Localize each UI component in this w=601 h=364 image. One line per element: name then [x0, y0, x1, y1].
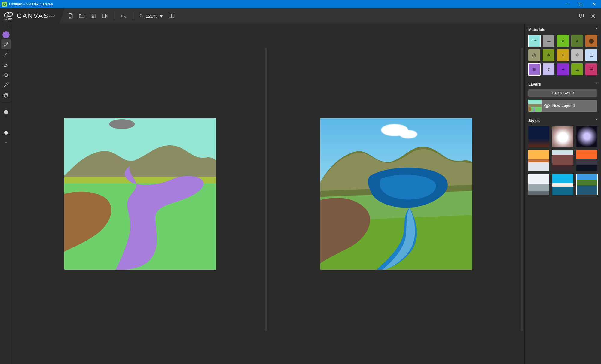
app-icon: ◑ — [2, 2, 7, 7]
svg-rect-0 — [91, 14, 95, 18]
right-panel: Materials ˄ 〰☁⸙▲⬤◔♣☀❄≣≋❢✦☁🏛 Layers ˄ + A… — [524, 24, 601, 364]
layers-title: Layers — [528, 82, 541, 86]
pan-tool[interactable] — [1, 90, 11, 100]
material-rain[interactable]: ❢ — [543, 63, 555, 75]
nvidia-logo: nVIDIA — [3, 12, 14, 20]
svg-point-15 — [546, 105, 548, 106]
brush-tool[interactable] — [1, 39, 11, 49]
collapse-icon[interactable]: ˄ — [596, 82, 597, 86]
material-snow[interactable]: ❄ — [571, 49, 583, 61]
titlebar: ◑ Untitled - NVIDIA Canvas — ▢ ✕ — [0, 0, 601, 8]
feedback-button[interactable] — [576, 10, 587, 22]
visibility-toggle[interactable] — [542, 103, 552, 109]
brush-size-max-icon — [4, 110, 8, 114]
tool-rail: ⋮⋮⋮ — [0, 24, 12, 364]
svg-point-8 — [7, 76, 8, 77]
layers-panel: Layers ˄ + ADD LAYER New Layer — [525, 78, 601, 115]
output-canvas — [320, 118, 472, 270]
material-sand[interactable]: ☀ — [557, 49, 569, 61]
save-button[interactable] — [87, 10, 99, 22]
workarea — [12, 24, 524, 364]
pane-scrollbar[interactable] — [521, 48, 523, 331]
drag-handle-icon: ⋮⋮⋮ — [3, 26, 9, 29]
style-night-desert[interactable] — [528, 126, 549, 147]
pane-scrollbar[interactable] — [265, 48, 267, 331]
collapse-icon[interactable]: ˄ — [596, 119, 597, 123]
minimize-button[interactable]: — — [560, 0, 574, 8]
collapse-icon[interactable]: ˄ — [596, 28, 597, 32]
material-bush[interactable]: ☁ — [571, 63, 583, 75]
materials-grid: 〰☁⸙▲⬤◔♣☀❄≣≋❢✦☁🏛 — [528, 35, 597, 75]
styles-title: Styles — [528, 118, 540, 123]
new-file-button[interactable] — [65, 10, 76, 22]
material-sky[interactable]: 〰 — [528, 35, 540, 47]
svg-point-10 — [109, 119, 135, 129]
style-alpine-lake[interactable] — [576, 174, 597, 195]
app-name-text: CANVAS — [17, 12, 49, 20]
svg-rect-4 — [169, 14, 171, 18]
materials-panel: Materials ˄ 〰☁⸙▲⬤◔♣☀❄≣≋❢✦☁🏛 — [525, 24, 601, 78]
material-mountain[interactable]: ▲ — [571, 35, 583, 47]
material-grass[interactable]: ⸙ — [557, 35, 569, 47]
color-swatch[interactable] — [2, 31, 10, 39]
layer-thumbnail — [528, 100, 542, 112]
styles-grid — [528, 126, 597, 195]
brand-capsule: nVIDIA CANVASBETA — [0, 8, 65, 24]
add-layer-button[interactable]: + ADD LAYER — [528, 89, 597, 97]
undo-button[interactable] — [118, 10, 129, 22]
materials-title: Materials — [528, 27, 545, 32]
line-tool[interactable] — [1, 50, 11, 59]
style-sunset-clouds[interactable] — [528, 150, 549, 171]
open-file-button[interactable] — [76, 10, 87, 22]
layer-name: New Layer 1 — [552, 103, 575, 108]
top-toolbar: nVIDIA CANVASBETA 120% ▼ — [0, 8, 601, 24]
style-fog-mountain[interactable] — [528, 174, 549, 195]
svg-rect-13 — [528, 104, 542, 107]
svg-point-7 — [592, 15, 594, 17]
zoom-control[interactable]: 120% ▼ — [137, 11, 166, 21]
material-building[interactable]: 🏛 — [585, 63, 597, 75]
brush-size-min-icon — [5, 142, 7, 143]
material-hill[interactable]: ◔ — [528, 49, 540, 61]
material-dirt[interactable]: ⬤ — [585, 35, 597, 47]
window-title: Untitled - NVIDIA Canvas — [9, 2, 53, 6]
style-milky-arch[interactable] — [576, 126, 597, 147]
main-area: ⋮⋮⋮ — [0, 24, 601, 364]
svg-point-3 — [140, 14, 142, 17]
material-stars[interactable]: ✦ — [557, 63, 569, 75]
style-ocean-sunset[interactable] — [576, 150, 597, 171]
settings-button[interactable] — [587, 10, 599, 22]
svg-rect-12 — [528, 100, 542, 104]
style-tropical-beach[interactable] — [552, 174, 573, 195]
svg-rect-1 — [92, 16, 94, 18]
svg-rect-2 — [102, 14, 106, 18]
eyedropper-tool[interactable] — [1, 80, 11, 90]
brush-size-slider[interactable] — [6, 117, 6, 138]
maximize-button[interactable]: ▢ — [574, 0, 587, 8]
app-name: CANVASBETA — [17, 12, 55, 20]
material-water[interactable]: ≋ — [528, 63, 540, 75]
style-red-rocks[interactable] — [552, 150, 573, 171]
fill-tool[interactable] — [1, 70, 11, 80]
slider-thumb[interactable] — [4, 131, 8, 135]
zoom-value: 120% — [146, 14, 157, 19]
beta-badge: BETA — [49, 14, 55, 17]
window-controls: — ▢ ✕ — [560, 0, 601, 8]
brand-sublabel: nVIDIA — [5, 18, 12, 20]
material-cloud[interactable]: ☁ — [543, 35, 555, 47]
export-button[interactable] — [99, 10, 110, 22]
split-view-button[interactable] — [166, 10, 177, 22]
style-cloud-burst[interactable] — [552, 126, 573, 147]
segmentation-pane[interactable] — [12, 24, 268, 364]
layer-row[interactable]: New Layer 1 — [528, 100, 597, 112]
styles-panel: Styles ˄ — [525, 115, 601, 198]
close-button[interactable]: ✕ — [587, 0, 601, 8]
segmentation-canvas[interactable] — [64, 118, 216, 270]
material-fog[interactable]: ≣ — [585, 49, 597, 61]
output-pane[interactable] — [268, 24, 525, 364]
svg-rect-5 — [172, 14, 174, 18]
chevron-down-icon: ▼ — [159, 14, 163, 19]
eraser-tool[interactable] — [1, 60, 11, 69]
material-tree[interactable]: ♣ — [543, 49, 555, 61]
